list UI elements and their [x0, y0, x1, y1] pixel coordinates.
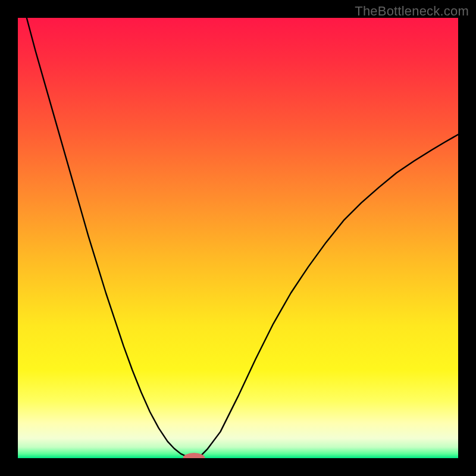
bottleneck-chart [18, 18, 458, 458]
chart-frame: TheBottleneck.com [0, 0, 476, 476]
watermark-text: TheBottleneck.com [355, 4, 469, 19]
plot-area [18, 18, 458, 458]
gradient-background [18, 18, 458, 458]
